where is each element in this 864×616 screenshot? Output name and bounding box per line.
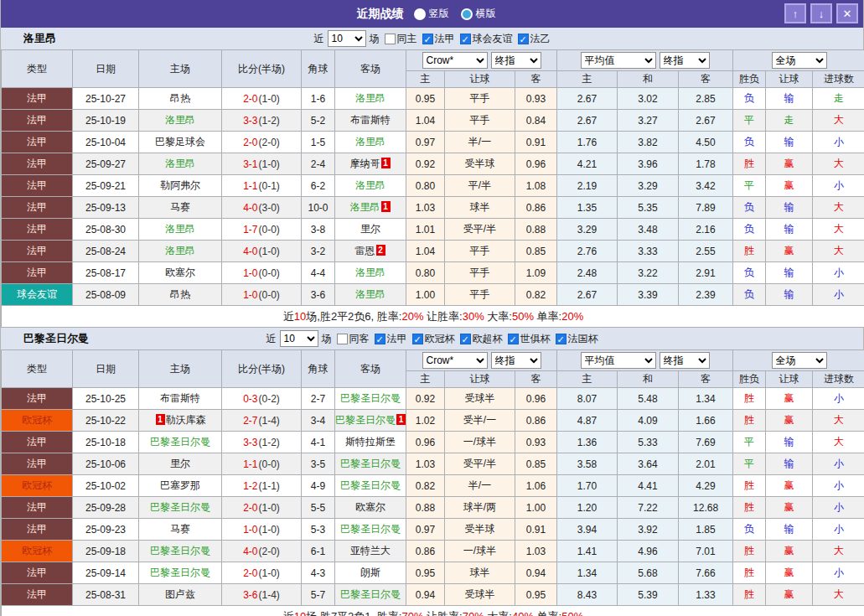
- league-filter[interactable]: ✓法乙: [518, 32, 551, 46]
- summary-label: 大率:: [484, 310, 512, 323]
- recent-results-window: 近期战绩 竖版 横版 ↑ ↓ ✕ 洛里昂 近 10 场 同主 ✓法甲✓球会友谊✓…: [0, 0, 864, 616]
- checkbox-icon[interactable]: ✓: [508, 334, 519, 344]
- avg-away-odds-cell: 12.68: [679, 497, 733, 519]
- score-cell: 1-0(1-0): [222, 519, 302, 541]
- avg-draw-odds-cell: 3.39: [618, 284, 679, 306]
- date-cell: 25-10-19: [73, 110, 139, 132]
- match-row: 欧冠杯25-10-02巴塞罗那1-2(1-1)4-9巴黎圣日尔曼0.82半/一1…: [2, 475, 864, 497]
- winlose-result-cell: 胜: [733, 475, 766, 497]
- same-venue-checkbox[interactable]: [385, 34, 396, 44]
- league-filter[interactable]: ✓法甲: [375, 332, 407, 346]
- average-time-select[interactable]: 终指: [660, 52, 710, 69]
- close-button[interactable]: ✕: [836, 3, 858, 23]
- goals-result-cell: 小: [813, 284, 864, 306]
- odds-company-select[interactable]: Crow*: [422, 52, 488, 69]
- col-avg-away: 客: [679, 71, 733, 88]
- handicap-home-odds-cell: 0.95: [406, 88, 445, 110]
- handicap-home-odds-cell: 0.96: [406, 432, 445, 453]
- scope-select[interactable]: 全场: [772, 352, 827, 369]
- team-name-text: 巴黎圣日尔曼: [150, 501, 210, 513]
- handicap-result-cell: 走: [766, 110, 813, 132]
- handicap-line-cell: 平手: [445, 284, 515, 306]
- summary-label: 场,胜2平2负6, 胜率:: [306, 310, 401, 323]
- type-badge-cell: 欧冠杯: [2, 410, 73, 432]
- away-team-cell: 摩纳哥1: [335, 153, 406, 175]
- rank-badge: 1: [381, 158, 391, 168]
- odds-time-select[interactable]: 终指: [491, 52, 541, 69]
- avg-home-odds-cell: 2.76: [557, 241, 618, 262]
- league-filter[interactable]: ✓球会友谊: [460, 32, 513, 46]
- team-name-text: 洛里昂: [355, 288, 385, 300]
- recent-count-select[interactable]: 10: [328, 30, 366, 47]
- summary-value: 70%: [463, 610, 484, 616]
- odds-company-select[interactable]: Crow*: [422, 352, 488, 369]
- layout-radio-vertical[interactable]: 竖版: [414, 7, 449, 21]
- avg-home-odds-cell: 3.94: [557, 519, 618, 541]
- avg-draw-odds-cell: 3.48: [618, 219, 679, 241]
- handicap-result-cell: 赢: [766, 175, 813, 197]
- avg-away-odds-cell: 2.67: [679, 110, 733, 132]
- checkbox-icon[interactable]: ✓: [375, 334, 385, 344]
- checkbox-icon[interactable]: ✓: [460, 34, 471, 44]
- avg-home-odds-cell: 1.20: [557, 497, 618, 519]
- checkbox-icon[interactable]: ✓: [460, 334, 471, 344]
- checkbox-icon[interactable]: ✓: [556, 334, 567, 344]
- team-name-text: 图卢兹: [165, 588, 195, 600]
- team-name-text: 洛里昂: [350, 201, 380, 213]
- corner-cell: 2-4: [302, 153, 335, 175]
- winlose-result-cell: 胜: [733, 241, 766, 262]
- handicap-home-odds-cell: 0.86: [406, 541, 445, 562]
- checkbox-icon[interactable]: ✓: [518, 34, 529, 44]
- home-team-cell: 巴黎圣日尔曼: [139, 497, 222, 519]
- goals-result-cell: 大: [813, 110, 864, 132]
- match-row: 法甲25-10-06里尔1-1(0-0)3-5巴黎圣日尔曼1.03受平/半0.8…: [2, 453, 864, 475]
- date-cell: 25-08-17: [73, 262, 139, 284]
- score-cell: 1-0(0-0): [222, 262, 302, 284]
- layout-radio-horizontal[interactable]: 横版: [461, 7, 496, 21]
- league-filter[interactable]: ✓法国杯: [556, 332, 598, 346]
- same-venue-checkbox[interactable]: [337, 334, 348, 344]
- same-venue-filter[interactable]: 同客: [337, 332, 370, 346]
- handicap-home-odds-cell: 0.94: [406, 584, 445, 606]
- handicap-home-odds-cell: 1.00: [406, 284, 445, 306]
- league-filter[interactable]: ✓世俱杯: [508, 332, 551, 346]
- league-filter[interactable]: ✓法甲: [422, 32, 455, 46]
- team-name-text: 巴黎圣日尔曼: [335, 414, 396, 426]
- corner-cell: 4-3: [302, 562, 335, 584]
- average-select[interactable]: 平均值: [581, 352, 656, 369]
- radio-selected-icon[interactable]: [414, 8, 426, 20]
- handicap-home-odds-cell: 0.80: [406, 175, 445, 197]
- type-badge-cell: 欧冠杯: [2, 475, 73, 497]
- avg-draw-odds-cell: 5.35: [618, 197, 679, 219]
- winlose-result-cell: 胜: [733, 497, 766, 519]
- date-cell: 25-10-04: [73, 132, 139, 153]
- away-team-cell: 洛里昂: [335, 88, 406, 110]
- league-filter[interactable]: ✓欧超杯: [460, 332, 503, 346]
- scope-select[interactable]: 全场: [772, 52, 827, 69]
- date-cell: 25-09-14: [73, 562, 139, 584]
- team-section: 巴黎圣日尔曼 近 10 场 同客 ✓法甲✓欧冠杯✓欧超杯✓世俱杯✓法国杯 类型 …: [1, 328, 863, 616]
- average-time-select[interactable]: 终指: [660, 352, 710, 369]
- checkbox-icon[interactable]: ✓: [412, 334, 423, 344]
- avg-draw-odds-cell: 5.68: [618, 562, 679, 584]
- summary-label: 让胜率:: [423, 610, 462, 616]
- move-down-button[interactable]: ↓: [810, 3, 832, 23]
- match-row: 法甲25-09-21勒阿弗尔1-1(0-1)6-2洛里昂0.80平/半1.082…: [2, 175, 864, 197]
- move-up-button[interactable]: ↑: [784, 3, 806, 23]
- page-title: 近期战绩: [357, 7, 404, 22]
- recent-count-select[interactable]: 10: [280, 330, 318, 347]
- handicap-away-odds-cell: 0.84: [515, 110, 557, 132]
- average-select[interactable]: 平均值: [581, 52, 656, 69]
- handicap-line-cell: 受平/半: [445, 219, 515, 241]
- league-filter-label: 欧冠杯: [425, 332, 455, 346]
- handicap-home-odds-cell: 1.03: [406, 453, 445, 475]
- same-venue-filter[interactable]: 同主: [385, 32, 417, 46]
- col-corner: 角球: [302, 50, 335, 88]
- winlose-result-cell: 负: [733, 197, 766, 219]
- league-filter[interactable]: ✓欧冠杯: [412, 332, 455, 346]
- corner-cell: 5-7: [302, 584, 335, 606]
- avg-draw-odds-cell: 3.02: [618, 88, 679, 110]
- checkbox-icon[interactable]: ✓: [422, 34, 433, 44]
- radio-unselected-icon[interactable]: [461, 8, 473, 20]
- odds-time-select[interactable]: 终指: [491, 352, 541, 369]
